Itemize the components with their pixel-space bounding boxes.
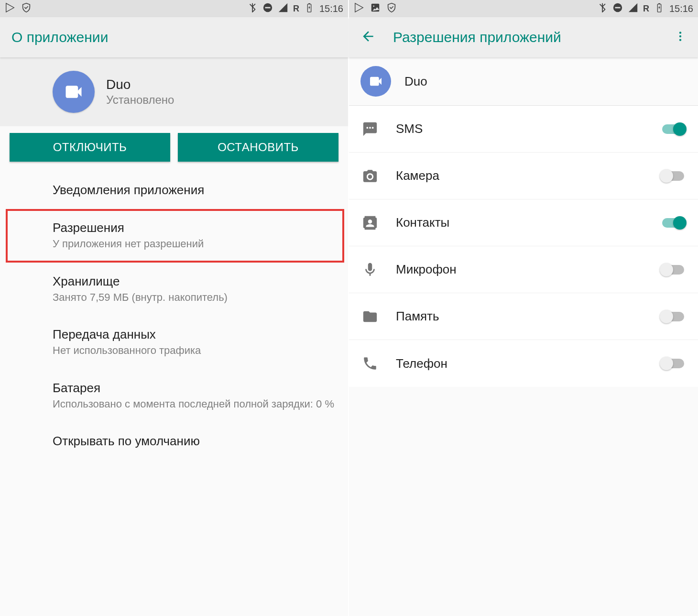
shield-icon — [386, 2, 397, 15]
permission-toggle[interactable] — [660, 309, 687, 324]
blank-space — [349, 387, 698, 616]
setting-subtitle: Использовано с момента последней полной … — [53, 397, 337, 411]
permission-label: Телефон — [396, 356, 643, 371]
setting-title: Хранилище — [53, 274, 337, 289]
play-store-icon — [354, 2, 364, 15]
dnd-icon — [612, 2, 623, 15]
setting-title: Открывать по умолчанию — [53, 434, 337, 449]
setting-storage[interactable]: Хранилище Занято 7,59 МБ (внутр. накопит… — [0, 263, 348, 316]
permission-row-mic[interactable]: Микрофон — [349, 246, 698, 293]
setting-title: Разрешения — [53, 220, 333, 235]
phone-icon — [360, 355, 380, 372]
duo-app-icon — [53, 71, 95, 113]
permission-toggle[interactable] — [660, 263, 687, 277]
gallery-icon — [370, 2, 381, 15]
permission-label: Камера — [396, 168, 643, 183]
shield-icon — [21, 2, 32, 15]
phone-right-permissions: R 15:16 Разрешения приложений Duo SMSКам… — [349, 0, 698, 616]
roaming-label: R — [643, 4, 649, 14]
dnd-icon — [262, 2, 273, 15]
battery-icon — [304, 2, 315, 15]
play-store-icon — [5, 2, 15, 15]
permission-row-contacts[interactable]: Контакты — [349, 199, 698, 246]
back-button[interactable] — [360, 29, 376, 46]
app-install-status: Установлено — [106, 93, 174, 107]
setting-title: Батарея — [53, 381, 337, 396]
disable-button[interactable]: ОТКЛЮЧИТЬ — [10, 133, 170, 162]
app-header: Duo Установлено — [0, 57, 348, 126]
permission-label: Микрофон — [396, 262, 643, 277]
permission-toggle[interactable] — [660, 122, 687, 136]
clock-time: 15:16 — [319, 3, 343, 14]
permission-label: Память — [396, 309, 643, 324]
battery-icon — [654, 2, 665, 15]
permission-row-sms[interactable]: SMS — [349, 106, 698, 153]
status-bar: R 15:16 — [0, 0, 348, 17]
permission-toggle[interactable] — [660, 356, 687, 371]
clock-time: 15:16 — [669, 3, 693, 14]
app-name: Duo — [404, 74, 427, 89]
setting-open-by-default[interactable]: Открывать по умолчанию — [0, 422, 348, 460]
setting-title: Уведомления приложения — [53, 183, 337, 198]
roaming-label: R — [293, 4, 299, 14]
appbar-title: Разрешения приложений — [393, 29, 674, 45]
permission-row-camera[interactable]: Камера — [349, 153, 698, 199]
permission-toggle[interactable] — [660, 169, 687, 183]
permission-label: Контакты — [396, 215, 643, 230]
signal-icon — [628, 2, 638, 15]
setting-subtitle: Занято 7,59 МБ (внутр. накопитель) — [53, 291, 337, 305]
setting-notifications[interactable]: Уведомления приложения — [0, 171, 348, 209]
perm-app-header: Duo — [349, 57, 698, 106]
setting-subtitle: Нет использованного трафика — [53, 344, 337, 358]
appbar: Разрешения приложений — [349, 17, 698, 57]
setting-subtitle: У приложения нет разрешений — [53, 237, 333, 251]
bluetooth-icon — [247, 2, 258, 15]
permission-label: SMS — [396, 121, 643, 136]
mic-icon — [360, 262, 380, 278]
overflow-menu-button[interactable] — [674, 30, 687, 44]
status-bar: R 15:16 — [349, 0, 698, 17]
force-stop-button[interactable]: ОСТАНОВИТЬ — [178, 133, 338, 162]
app-name: Duo — [106, 77, 174, 92]
permission-row-folder[interactable]: Память — [349, 293, 698, 340]
setting-title: Передача данных — [53, 327, 337, 342]
folder-icon — [360, 308, 380, 325]
sms-icon — [360, 121, 380, 137]
duo-app-icon — [360, 66, 391, 97]
contacts-icon — [360, 215, 380, 231]
bluetooth-icon — [597, 2, 608, 15]
camera-icon — [360, 168, 380, 184]
permission-row-phone[interactable]: Телефон — [349, 340, 698, 387]
setting-battery[interactable]: Батарея Использовано с момента последней… — [0, 369, 348, 423]
permission-toggle[interactable] — [660, 216, 687, 230]
permission-list: SMSКамераКонтактыМикрофонПамятьТелефон — [349, 106, 698, 387]
appbar-title: О приложении — [0, 17, 348, 57]
phone-left-app-info: R 15:16 О приложении Duo Установлено ОТК… — [0, 0, 349, 616]
setting-permissions[interactable]: Разрешения У приложения нет разрешений — [6, 209, 344, 263]
setting-data-usage[interactable]: Передача данных Нет использованного траф… — [0, 316, 348, 369]
signal-icon — [278, 2, 288, 15]
